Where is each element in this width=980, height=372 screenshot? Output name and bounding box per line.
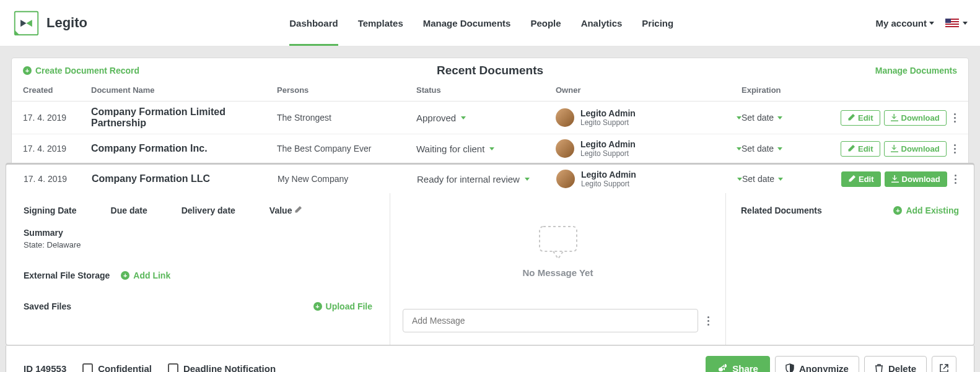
logo[interactable]: Legito <box>12 9 87 37</box>
download-button[interactable]: Download <box>884 141 947 157</box>
col-document-name: Document Name <box>91 85 277 95</box>
due-date-label[interactable]: Due date <box>111 205 147 215</box>
id-value[interactable]: 149553 <box>35 363 66 373</box>
edit-button[interactable]: Edit <box>841 141 880 157</box>
avatar <box>556 170 575 188</box>
add-existing-button[interactable]: +Add Existing <box>893 205 959 215</box>
delete-button[interactable]: Delete <box>864 356 927 372</box>
cell-owner[interactable]: Legito AdminLegito Support <box>556 139 742 158</box>
nav-templates[interactable]: Templates <box>358 1 403 46</box>
detail-left-column: Signing Date Due date Delivery date Valu… <box>6 193 390 345</box>
nav-people[interactable]: People <box>530 1 561 46</box>
pencil-icon <box>848 175 855 183</box>
create-document-record-link[interactable]: + Create Document Record <box>23 66 139 76</box>
more-actions-button[interactable] <box>950 111 960 125</box>
create-label: Create Document Record <box>35 66 139 76</box>
language-selector[interactable] <box>945 19 968 27</box>
caret-down-icon <box>461 116 466 119</box>
manage-documents-link[interactable]: Manage Documents <box>875 66 957 76</box>
account-area: My account <box>875 18 968 28</box>
avatar <box>556 108 574 127</box>
row-actions: Edit Download <box>841 110 960 126</box>
add-link-button[interactable]: +Add Link <box>121 270 170 280</box>
nav-analytics[interactable]: Analytics <box>581 1 623 46</box>
cell-expiration[interactable]: Set date <box>742 174 841 184</box>
cell-owner[interactable]: Legito AdminLegito Support <box>556 108 742 127</box>
cell-owner[interactable]: Legito AdminLegito Support <box>556 170 742 188</box>
share-button[interactable]: +Share <box>706 356 770 372</box>
panel-title: Recent Documents <box>437 64 543 77</box>
cell-document-name[interactable]: Company Formation LLC <box>92 173 278 184</box>
cell-persons: The Best Company Ever <box>277 144 416 154</box>
table-row[interactable]: 17. 4. 2019 Company Formation LLC My New… <box>6 163 974 193</box>
col-created: Created <box>23 85 91 95</box>
download-button[interactable]: Download <box>884 110 947 126</box>
download-button[interactable]: Download <box>885 171 947 187</box>
plus-circle-icon: + <box>313 302 322 311</box>
nav-pricing[interactable]: Pricing <box>642 1 673 46</box>
detail-footer: ID 149553 Confidential Deadline Notifica… <box>6 345 974 372</box>
confidential-checkbox[interactable]: Confidential <box>82 363 152 373</box>
download-icon <box>891 175 899 183</box>
delivery-date-label[interactable]: Delivery date <box>182 205 235 215</box>
cell-expiration[interactable]: Set date <box>742 113 841 123</box>
plus-circle-icon: + <box>121 271 129 280</box>
cell-created: 17. 4. 2019 <box>24 174 92 184</box>
value-label[interactable]: Value <box>269 205 302 215</box>
row-detail-panel: Signing Date Due date Delivery date Valu… <box>6 193 974 345</box>
caret-down-icon <box>963 22 968 25</box>
cell-expiration[interactable]: Set date <box>742 144 841 154</box>
detail-related-column: Related Documents +Add Existing <box>726 193 974 345</box>
checkbox-icon <box>82 363 93 373</box>
more-actions-button[interactable] <box>950 142 960 156</box>
caret-down-icon <box>737 147 742 150</box>
cell-status[interactable]: Approved <box>416 113 556 123</box>
related-documents-label: Related Documents <box>741 205 822 215</box>
svg-rect-6 <box>540 227 577 251</box>
add-message-input[interactable] <box>403 309 698 332</box>
caret-down-icon <box>737 178 742 181</box>
svg-rect-5 <box>945 19 951 23</box>
caret-down-icon <box>777 147 782 150</box>
col-owner: Owner <box>556 85 742 95</box>
table-row[interactable]: 17. 4. 2019 Company Formation Limited Pa… <box>12 102 968 134</box>
col-expiration: Expiration <box>742 85 841 95</box>
message-more-button[interactable] <box>703 314 713 328</box>
more-actions-button[interactable] <box>951 172 961 186</box>
caret-down-icon <box>777 116 782 119</box>
caret-down-icon <box>489 147 494 150</box>
owner-name: Legito Admin <box>580 108 636 118</box>
row-actions: Edit Download <box>841 141 960 157</box>
edit-button[interactable]: Edit <box>841 110 880 126</box>
saved-files-label: Saved Files <box>24 301 71 311</box>
owner-sub: Legito Support <box>580 118 636 127</box>
document-id: ID 149553 <box>24 363 66 373</box>
table-row[interactable]: 17. 4. 2019 Company Formation Inc. The B… <box>12 134 968 163</box>
avatar <box>556 139 574 158</box>
cell-document-name[interactable]: Company Formation Inc. <box>91 143 277 154</box>
my-account-link[interactable]: My account <box>875 18 934 28</box>
nav-dashboard[interactable]: Dashboard <box>289 1 338 46</box>
anonymize-button[interactable]: Anonymize <box>775 356 859 372</box>
row-actions: Edit Download <box>841 171 961 187</box>
open-external-button[interactable] <box>932 356 956 372</box>
upload-file-button[interactable]: +Upload File <box>313 301 372 311</box>
cell-persons: My New Company <box>278 174 417 184</box>
trash-icon <box>875 363 883 372</box>
summary-text: State: Delaware <box>24 240 372 249</box>
owner-name: Legito Admin <box>581 170 636 180</box>
deadline-notification-checkbox[interactable]: Deadline Notification <box>168 363 276 373</box>
cell-status[interactable]: Ready for internal review <box>417 174 556 184</box>
cell-status[interactable]: Waiting for client <box>416 144 556 154</box>
cell-document-name[interactable]: Company Formation Limited Partnership <box>91 106 277 129</box>
caret-down-icon <box>737 116 742 119</box>
nav-manage-documents[interactable]: Manage Documents <box>423 1 511 46</box>
pencil-icon <box>847 145 855 152</box>
detail-messages-column: No Message Yet <box>390 193 726 345</box>
edit-button[interactable]: Edit <box>841 171 881 187</box>
download-icon <box>891 145 898 152</box>
signing-date-label[interactable]: Signing Date <box>24 205 77 215</box>
share-icon: + <box>717 364 727 372</box>
caret-down-icon <box>929 22 934 25</box>
flag-us-icon <box>945 19 959 27</box>
